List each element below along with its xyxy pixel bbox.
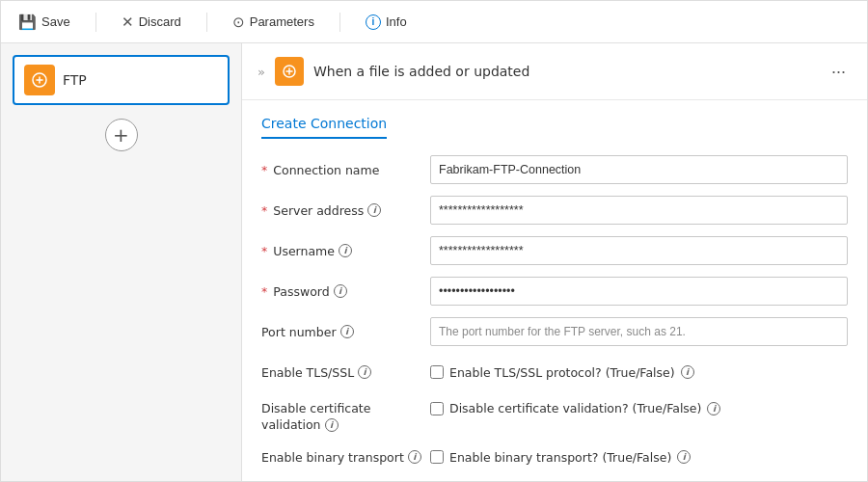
ftp-icon-box: [24, 65, 55, 95]
required-marker-2: *: [261, 203, 267, 218]
enable-tls-label: Enable TLS/SSL i: [261, 365, 430, 380]
username-field: [430, 236, 848, 265]
toolbar-separator: [95, 13, 96, 32]
connection-name-label: * Connection name: [261, 163, 430, 177]
enable-tls-checkbox-row: Enable TLS/SSL protocol? (True/False) i: [430, 365, 848, 380]
info-label: Info: [386, 14, 407, 29]
server-address-field: [430, 196, 848, 225]
enable-tls-checkbox-label: Enable TLS/SSL protocol? (True/False): [449, 365, 675, 380]
password-field: [430, 277, 848, 306]
username-row: * Username i: [261, 235, 848, 266]
password-row: * Password i: [261, 276, 848, 307]
connection-panel: Create Connection * Connection name * Se…: [242, 100, 867, 482]
password-text: Password: [273, 284, 329, 299]
enable-tls-checkbox-info-icon[interactable]: i: [681, 365, 694, 379]
required-marker: *: [261, 163, 267, 177]
enable-tls-field: Enable TLS/SSL protocol? (True/False) i: [430, 365, 848, 380]
username-text: Username: [273, 244, 335, 258]
enable-tls-text: Enable TLS/SSL: [261, 365, 354, 380]
port-number-text: Port number: [261, 325, 337, 339]
enable-binary-row: Enable binary transport i Enable binary …: [261, 442, 848, 472]
port-number-input[interactable]: [430, 317, 848, 346]
connection-name-text: Connection name: [273, 163, 379, 177]
content-area: » When a file is added or updated ··· Cr…: [242, 43, 867, 482]
required-marker-3: *: [261, 244, 267, 258]
toolbar: 💾 Save ✕ Discard ⊙ Parameters i Info: [1, 1, 867, 43]
more-options-button[interactable]: ···: [826, 60, 852, 84]
enable-tls-info-icon[interactable]: i: [358, 365, 371, 379]
save-label: Save: [41, 14, 70, 29]
server-address-info-icon[interactable]: i: [367, 203, 381, 217]
enable-binary-field: Enable binary transport? (True/False) i: [430, 450, 848, 465]
disable-cert-text2: validation: [261, 417, 321, 432]
server-address-input[interactable]: [430, 196, 848, 225]
trigger-header: » When a file is added or updated ···: [242, 43, 867, 100]
parameters-label: Parameters: [250, 14, 314, 29]
password-input[interactable]: [430, 277, 848, 306]
username-label: * Username i: [261, 244, 430, 258]
parameters-button[interactable]: ⊙ Parameters: [227, 10, 320, 35]
parameters-icon: ⊙: [232, 13, 245, 31]
enable-binary-checkbox-info-icon[interactable]: i: [677, 450, 691, 464]
discard-button[interactable]: ✕ Discard: [116, 10, 187, 35]
connection-name-input[interactable]: [430, 155, 848, 184]
disable-cert-checkbox[interactable]: [430, 402, 444, 415]
ftp-card[interactable]: FTP: [13, 55, 230, 105]
ftp-icon: [31, 71, 48, 89]
disable-cert-label-text: Disable certificate: [261, 401, 370, 415]
disable-cert-checkbox-label: Disable certificate validation? (True/Fa…: [449, 401, 701, 415]
enable-binary-checkbox[interactable]: [430, 450, 444, 464]
info-button[interactable]: i Info: [360, 11, 413, 34]
trigger-icon-box: [275, 57, 304, 86]
disable-cert-text: Disable certificate: [261, 401, 370, 415]
disable-cert-label: Disable certificate validation i: [261, 397, 430, 432]
disable-cert-row: Disable certificate validation i Disable…: [261, 397, 848, 432]
enable-binary-text: Enable binary transport: [261, 450, 404, 465]
save-icon: 💾: [18, 13, 37, 31]
disable-cert-checkbox-info-icon[interactable]: i: [707, 402, 720, 415]
username-input[interactable]: [430, 236, 848, 265]
connection-tab[interactable]: Create Connection: [261, 116, 387, 139]
trigger-title: When a file is added or updated: [313, 64, 529, 79]
required-marker-4: *: [261, 284, 267, 299]
enable-binary-checkbox-row: Enable binary transport? (True/False) i: [430, 450, 848, 465]
enable-binary-checkbox-label: Enable binary transport? (True/False): [449, 450, 671, 465]
disable-cert-label-line2: validation i: [261, 417, 339, 432]
connection-name-row: * Connection name: [261, 154, 848, 185]
server-address-row: * Server address i: [261, 195, 848, 226]
info-icon: i: [366, 14, 381, 30]
connection-name-field: [430, 155, 848, 184]
ftp-label: FTP: [63, 72, 87, 88]
port-number-field: [430, 317, 848, 346]
username-info-icon[interactable]: i: [339, 244, 352, 257]
discard-icon: ✕: [122, 13, 134, 31]
toolbar-separator-3: [339, 13, 340, 32]
enable-tls-checkbox[interactable]: [430, 365, 444, 379]
enable-binary-label: Enable binary transport i: [261, 450, 430, 465]
server-address-label: * Server address i: [261, 203, 430, 218]
discard-label: Discard: [139, 14, 181, 29]
disable-cert-checkbox-row: Disable certificate validation? (True/Fa…: [430, 401, 848, 415]
port-number-row: Port number i: [261, 316, 848, 347]
server-address-text: Server address: [273, 203, 364, 218]
add-step-button[interactable]: +: [105, 119, 138, 151]
disable-cert-info-icon[interactable]: i: [325, 418, 339, 432]
password-info-icon[interactable]: i: [334, 284, 347, 298]
main-area: FTP + » When a file is added or updated …: [1, 43, 867, 482]
chevrons-icon: »: [258, 65, 265, 79]
port-number-info-icon[interactable]: i: [340, 325, 354, 338]
toolbar-separator-2: [206, 13, 207, 32]
save-button[interactable]: 💾 Save: [13, 10, 76, 35]
disable-cert-field: Disable certificate validation? (True/Fa…: [430, 397, 848, 415]
enable-tls-row: Enable TLS/SSL i Enable TLS/SSL protocol…: [261, 357, 848, 388]
trigger-icon: [282, 64, 297, 79]
password-label: * Password i: [261, 284, 430, 299]
enable-binary-info-icon[interactable]: i: [408, 450, 421, 464]
port-number-label: Port number i: [261, 325, 430, 339]
sidebar: FTP +: [1, 43, 242, 482]
